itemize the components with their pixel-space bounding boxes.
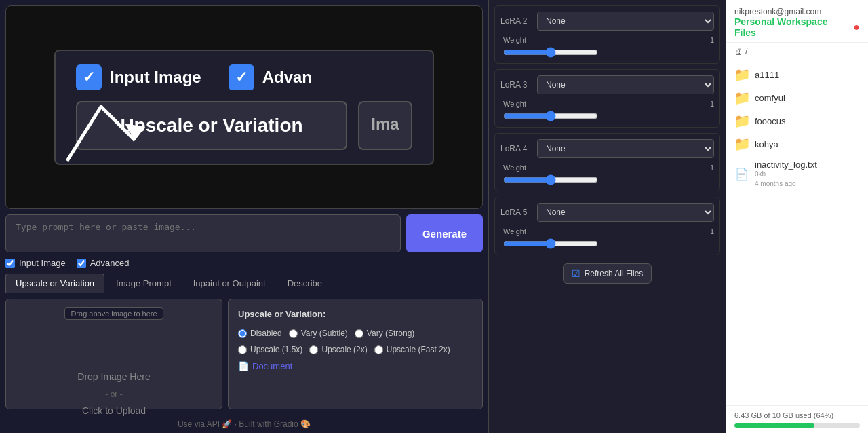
sidebar-status-dot: ● xyxy=(853,21,860,33)
sidebar-footer: 6.43 GB of 10 GB used (64%) xyxy=(726,405,868,433)
folder-kohya[interactable]: 📁 kohya xyxy=(732,132,863,155)
lora-3-group: LoRA 3 None Weight 1 xyxy=(494,69,720,128)
generate-button[interactable]: Generate xyxy=(406,214,483,252)
lora-3-select[interactable]: None xyxy=(537,75,714,94)
lora-2-weight-slider[interactable] xyxy=(503,47,598,58)
lora-5-group: LoRA 5 None Weight 1 xyxy=(494,197,720,255)
tab-inpaint-or-outpaint[interactable]: Inpaint or Outpaint xyxy=(183,274,276,293)
file-icon: 📄 xyxy=(734,167,749,182)
input-image-checkbox-label: Input Image xyxy=(19,258,66,268)
refresh-all-files-button[interactable]: ☑ Refresh All Files xyxy=(563,263,652,284)
footer-bar: Use via API 🚀 · Built with Gradio 🎨 xyxy=(0,415,488,433)
radio-vary-subtle[interactable]: Vary (Subtle) xyxy=(289,328,348,338)
radio-disabled-input[interactable] xyxy=(238,329,247,338)
sidebar-files: 📁 a1111 📁 comfyui 📁 fooocus 📁 kohya 📄 xyxy=(726,60,868,405)
document-icon: 📄 xyxy=(238,361,249,371)
radio-vary-strong-input[interactable] xyxy=(355,329,363,338)
sidebar-title-text: Personal Workspace Files xyxy=(734,16,849,38)
advanced-check-icon: ✓ xyxy=(229,64,254,90)
bottom-panel: Drag above image to here Drop Image Here… xyxy=(5,299,483,409)
sidebar-header: nikprestonk@gmail.com Personal Workspace… xyxy=(726,0,868,43)
input-image-checkbox-item[interactable]: Input Image xyxy=(5,258,66,268)
options-panel: Upscale or Variation: Disabled Vary (Sub… xyxy=(228,299,483,409)
preview-advanced-tab[interactable]: ✓ Advan xyxy=(229,64,312,90)
preview-image-btn[interactable]: Ima xyxy=(358,101,412,150)
checkboxes-row: Input Image Advanced xyxy=(5,258,483,268)
upscale-options-row1: Disabled Vary (Subtle) Vary (Strong) xyxy=(238,328,473,338)
file-inactivity-log-name: inactivity_log.txt xyxy=(755,159,817,170)
lora-5-select[interactable]: None xyxy=(537,203,714,222)
lora-5-row: LoRA 5 None xyxy=(500,203,714,222)
tab-upscale-or-variation[interactable]: Upscale or Variation xyxy=(5,274,104,293)
file-date: 4 months ago xyxy=(755,180,796,187)
folder-icon: 📁 xyxy=(734,136,749,151)
footer-text: Use via API 🚀 · Built with Gradio 🎨 xyxy=(178,419,311,429)
folder-fooocus-name: fooocus xyxy=(755,116,786,126)
file-size: 0kb xyxy=(755,170,766,178)
folder-fooocus[interactable]: 📁 fooocus xyxy=(732,109,863,132)
right-sidebar: nikprestonk@gmail.com Personal Workspace… xyxy=(726,0,868,433)
drag-label: Drag above image to here xyxy=(64,307,163,320)
document-link[interactable]: 📄 Document xyxy=(238,361,473,371)
lora-4-row: LoRA 4 None xyxy=(500,139,714,158)
radio-disabled[interactable]: Disabled xyxy=(238,328,282,338)
storage-text: 6.43 GB of 10 GB used (64%) xyxy=(734,411,860,419)
radio-upscale-fast-2x[interactable]: Upscale (Fast 2x) xyxy=(374,345,450,354)
lora-2-select[interactable]: None xyxy=(537,12,714,31)
lora-4-weight-slider[interactable] xyxy=(503,174,598,185)
lora-3-weight-value: 1 xyxy=(710,100,714,108)
lora-3-weight-header: Weight 1 xyxy=(503,100,714,108)
lora-5-weight-section: Weight 1 xyxy=(503,227,714,249)
lora-5-label: LoRA 5 xyxy=(500,208,533,217)
breadcrumb-home-icon[interactable]: 🖨 xyxy=(734,47,743,56)
sidebar-email: nikprestonk@gmail.com xyxy=(734,7,860,16)
upscale-options-title: Upscale or Variation: xyxy=(238,309,473,319)
lora-3-weight-slider[interactable] xyxy=(503,111,598,121)
lora-4-weight-value: 1 xyxy=(710,164,714,172)
lora-3-weight-section: Weight 1 xyxy=(503,100,714,121)
radio-vary-subtle-input[interactable] xyxy=(289,329,298,338)
input-image-checkbox[interactable] xyxy=(5,259,15,268)
advanced-checkbox-label: Advanced xyxy=(90,258,130,268)
lora-2-row: LoRA 2 None xyxy=(500,12,714,31)
lora-4-weight-label: Weight xyxy=(503,164,526,172)
radio-upscale-2x-input[interactable] xyxy=(309,345,318,354)
folder-comfyui[interactable]: 📁 comfyui xyxy=(732,86,863,109)
lora-panel: LoRA 2 None Weight 1 LoRA 3 None Weight … xyxy=(488,0,726,433)
lora-2-label: LoRA 2 xyxy=(500,16,533,26)
lora-3-row: LoRA 3 None xyxy=(500,75,714,94)
advanced-checkbox[interactable] xyxy=(77,259,86,268)
tab-image-prompt[interactable]: Image Prompt xyxy=(106,274,182,293)
radio-upscale-1.5x-input[interactable] xyxy=(238,345,247,354)
drop-image-text: Drop Image Here - or - Click to Upload xyxy=(77,369,150,420)
sidebar-title: Personal Workspace Files ● xyxy=(734,16,860,38)
image-drop-area[interactable]: Drag above image to here Drop Image Here… xyxy=(5,299,222,409)
lora-3-label: LoRA 3 xyxy=(500,80,533,90)
drop-image-label: Drop Image Here xyxy=(77,371,150,382)
upscale-options-row2: Upscale (1.5x) Upscale (2x) Upscale (Fas… xyxy=(238,345,473,354)
advanced-checkbox-item[interactable]: Advanced xyxy=(77,258,130,268)
lora-4-select[interactable]: None xyxy=(537,139,714,158)
tabs-row: Upscale or Variation Image Prompt Inpain… xyxy=(5,274,483,293)
lora-5-weight-header: Weight 1 xyxy=(503,227,714,236)
lora-5-weight-value: 1 xyxy=(710,227,714,236)
lora-2-weight-header: Weight 1 xyxy=(503,36,714,44)
file-inactivity-log[interactable]: 📄 inactivity_log.txt 0kb 4 months ago xyxy=(732,155,863,193)
lora-4-group: LoRA 4 None Weight 1 xyxy=(494,133,720,191)
radio-upscale-2x[interactable]: Upscale (2x) xyxy=(309,345,367,354)
radio-upscale-1.5x[interactable]: Upscale (1.5x) xyxy=(238,345,302,354)
preview-card: ✓ Input Image ✓ Advan Upscale or Variati… xyxy=(5,5,483,209)
folder-icon: 📁 xyxy=(734,67,749,82)
folder-a1111-name: a1111 xyxy=(755,70,779,80)
prompt-input[interactable] xyxy=(5,214,401,252)
prompt-row: Generate xyxy=(5,214,483,252)
file-inactivity-log-meta: 0kb 4 months ago xyxy=(755,170,817,189)
storage-bar-fill xyxy=(734,423,814,428)
radio-upscale-fast-2x-input[interactable] xyxy=(374,345,383,354)
lora-5-weight-slider[interactable] xyxy=(503,238,598,249)
tab-describe[interactable]: Describe xyxy=(277,274,332,293)
folder-a1111[interactable]: 📁 a1111 xyxy=(732,63,863,86)
breadcrumb-sep: / xyxy=(745,47,747,56)
radio-vary-strong[interactable]: Vary (Strong) xyxy=(355,328,414,338)
storage-bar-bg xyxy=(734,423,860,428)
